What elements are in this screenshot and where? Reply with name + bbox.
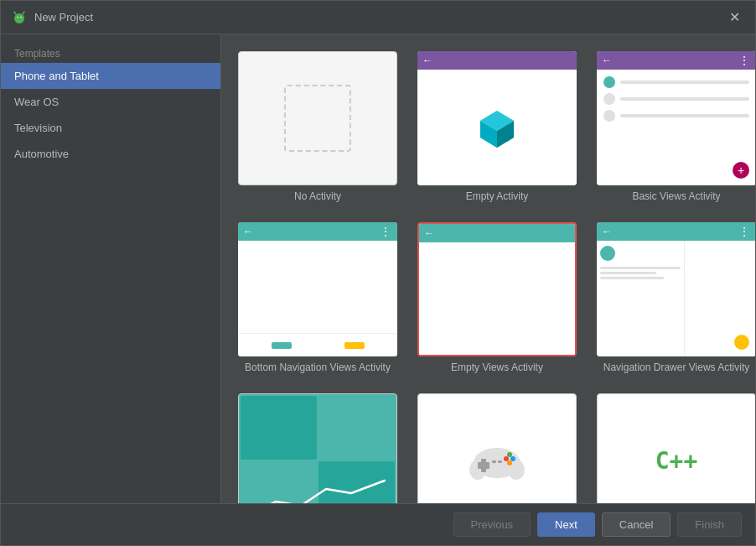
content-wrapper: No Activity ←	[221, 34, 755, 503]
new-project-dialog: New Project ✕ Templates Phone and Tablet…	[0, 0, 756, 546]
android-icon	[11, 9, 28, 26]
cube-icon	[476, 107, 518, 148]
basic-views-label: Basic Views Activity	[632, 190, 720, 202]
title-bar: New Project ✕	[1, 1, 755, 34]
svg-line-1	[14, 12, 16, 14]
more-icon: ⋮	[738, 54, 751, 67]
sidebar-section-label: Templates	[1, 41, 220, 63]
template-empty-activity[interactable]: ← Empty Ac	[414, 48, 580, 205]
chart-line-icon	[246, 476, 390, 503]
nav-drawer-label: Navigation Drawer Views Activity	[603, 361, 750, 373]
svg-line-2	[23, 12, 24, 14]
back-arrow-icon: ←	[422, 55, 432, 66]
more-icon: ⋮	[738, 225, 751, 238]
empty-views-preview: ←	[417, 222, 577, 356]
nav-drawer-body	[597, 241, 755, 356]
nav-drawer-topbar: ← ⋮	[597, 222, 755, 241]
sidebar-item-television[interactable]: Television	[1, 115, 220, 141]
no-activity-label: No Activity	[294, 190, 341, 202]
svg-point-18	[507, 460, 512, 465]
bottom-nav-preview: ← ⋮	[238, 222, 397, 356]
back-arrow-icon: ←	[243, 226, 253, 237]
empty-activity-body	[417, 70, 577, 185]
svg-rect-20	[498, 460, 502, 463]
template-no-activity[interactable]: No Activity	[235, 48, 401, 205]
back-arrow-icon: ←	[424, 227, 434, 239]
empty-activity-label: Empty Activity	[466, 190, 529, 202]
template-grid-activity[interactable]: Grid Activity	[235, 390, 401, 503]
bottom-nav-label: Bottom Navigation Views Activity	[245, 361, 391, 373]
empty-activity-topbar: ←	[417, 51, 577, 70]
cpp-activity-preview: C++	[597, 393, 755, 503]
svg-rect-19	[492, 460, 496, 463]
empty-views-body	[419, 242, 575, 355]
bottom-nav-body	[238, 241, 397, 356]
cpp-label: C++	[655, 447, 698, 475]
svg-point-16	[510, 456, 515, 461]
finish-button[interactable]: Finish	[677, 512, 742, 537]
sidebar: Templates Phone and Tablet Wear OS Telev…	[1, 34, 221, 503]
nav-drawer-preview: ← ⋮	[597, 222, 755, 356]
previous-button[interactable]: Previous	[453, 512, 531, 537]
bottom-nav-topbar: ← ⋮	[238, 222, 397, 241]
empty-views-label: Empty Views Activity	[451, 361, 543, 373]
back-arrow-icon: ←	[602, 226, 612, 237]
gamepad-icon	[468, 438, 526, 484]
cancel-button[interactable]: Cancel	[602, 512, 671, 537]
svg-point-3	[17, 16, 18, 18]
drawer-fab	[734, 335, 749, 350]
svg-point-4	[20, 16, 22, 18]
template-cpp-activity[interactable]: C++ Native C++	[593, 390, 755, 503]
back-arrow-icon: ←	[602, 55, 612, 66]
fab-icon: +	[733, 162, 749, 179]
grid-activity-preview	[238, 393, 397, 503]
more-icon: ⋮	[380, 225, 392, 238]
basic-views-body: +	[597, 70, 755, 185]
next-button[interactable]: Next	[537, 512, 595, 537]
svg-rect-14	[478, 462, 489, 469]
template-grid: No Activity ←	[221, 34, 755, 503]
svg-point-17	[507, 452, 512, 457]
game-activity-preview	[417, 393, 577, 503]
empty-views-topbar: ←	[419, 224, 575, 242]
no-activity-preview	[238, 51, 397, 185]
close-button[interactable]: ✕	[724, 8, 745, 27]
template-nav-drawer[interactable]: ← ⋮	[593, 219, 755, 377]
empty-activity-preview: ←	[417, 51, 577, 185]
template-bottom-nav[interactable]: ← ⋮ Bottom Navigation Views Activity	[235, 219, 401, 377]
sidebar-item-automotive[interactable]: Automotive	[1, 141, 220, 167]
footer: Previous Next Cancel Finish	[1, 503, 755, 545]
main-content: Templates Phone and Tablet Wear OS Telev…	[1, 34, 755, 503]
template-game-activity[interactable]: Game Activity	[414, 390, 580, 503]
basic-views-topbar: ← ⋮	[597, 51, 755, 70]
dialog-title: New Project	[34, 11, 93, 23]
basic-views-preview: ← ⋮	[597, 51, 755, 185]
sidebar-item-wear-os[interactable]: Wear OS	[1, 89, 220, 115]
template-empty-views[interactable]: ← Empty Views Activity	[414, 219, 580, 377]
sidebar-item-phone-tablet[interactable]: Phone and Tablet	[1, 63, 220, 89]
title-bar-left: New Project	[11, 9, 93, 26]
template-basic-views[interactable]: ← ⋮	[593, 48, 755, 205]
svg-point-15	[504, 456, 509, 461]
dashed-box	[284, 85, 351, 152]
